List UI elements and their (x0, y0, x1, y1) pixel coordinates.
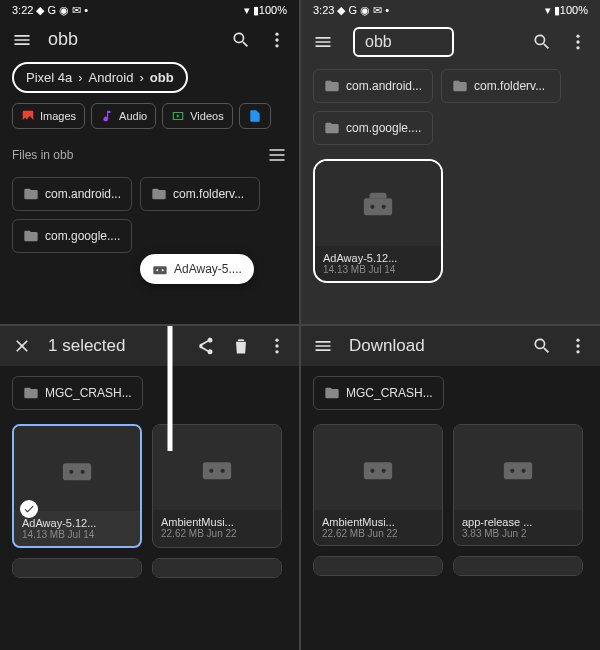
file-tile[interactable]: AmbientMusi...22.62 MB Jun 22 (313, 424, 443, 546)
svg-point-22 (576, 339, 579, 342)
svg-rect-3 (153, 266, 166, 274)
folder-item[interactable]: com.android... (313, 69, 433, 103)
svg-point-24 (576, 350, 579, 353)
menu-icon[interactable] (313, 32, 333, 52)
svg-point-8 (576, 46, 579, 49)
folder-item[interactable]: com.google.... (12, 219, 132, 253)
pane-tr: 3:23 ◆ G ◉ ✉ • ▾ ▮100% obb com.android..… (301, 0, 600, 324)
selection-count: 1 selected (48, 336, 179, 356)
drag-preview: AdAway-5.... (140, 254, 254, 284)
app-title: Download (349, 336, 516, 356)
pane-br: Download MGC_CRASH... AmbientMusi...22.6… (301, 326, 600, 650)
delete-icon[interactable] (231, 336, 251, 356)
svg-point-14 (275, 350, 278, 353)
filter-chips: Images Audio Videos (0, 103, 299, 139)
close-icon[interactable] (12, 336, 32, 356)
more-icon[interactable] (267, 30, 287, 50)
more-icon[interactable] (568, 336, 588, 356)
pane-tl: 3:22 ◆ G ◉ ✉ • ▾ ▮100% obb Pixel 4a› And… (0, 0, 299, 324)
file-tile[interactable] (313, 556, 443, 576)
svg-point-11 (382, 204, 386, 208)
search-icon[interactable] (532, 336, 552, 356)
svg-point-10 (370, 204, 374, 208)
file-tile[interactable]: AmbientMusi...22.62 MB Jun 22 (152, 424, 282, 548)
status-bar: 3:23 ◆ G ◉ ✉ • ▾ ▮100% (301, 0, 600, 21)
folder-item[interactable]: com.folderv... (441, 69, 561, 103)
svg-rect-9 (364, 198, 392, 215)
file-tile[interactable] (152, 558, 282, 578)
share-icon[interactable] (195, 336, 215, 356)
file-tile[interactable]: AdAway-5.12...14.13 MB Jul 14 (313, 159, 443, 283)
file-tile-selected[interactable]: AdAway-5.12...14.13 MB Jul 14 (12, 424, 142, 548)
file-tile[interactable] (453, 556, 583, 576)
svg-point-5 (162, 269, 164, 271)
chip-images[interactable]: Images (12, 103, 85, 129)
svg-point-19 (209, 468, 213, 472)
selection-bar: 1 selected (0, 326, 299, 366)
svg-point-7 (576, 40, 579, 43)
svg-point-13 (275, 344, 278, 347)
svg-point-16 (69, 469, 73, 473)
status-bar: 3:22 ◆ G ◉ ✉ • ▾ ▮100% (0, 0, 299, 21)
svg-point-2 (275, 44, 278, 47)
search-icon[interactable] (532, 32, 552, 52)
folder-item[interactable]: MGC_CRASH... (12, 376, 143, 410)
svg-point-12 (275, 339, 278, 342)
title-highlight: obb (353, 27, 454, 57)
file-tile[interactable]: app-release ...3.83 MB Jun 2 (453, 424, 583, 546)
chip-more[interactable] (239, 103, 271, 129)
file-tile[interactable] (12, 558, 142, 578)
svg-rect-15 (63, 463, 91, 480)
breadcrumb[interactable]: Pixel 4a› Android› obb (12, 62, 188, 93)
menu-icon[interactable] (12, 30, 32, 50)
section-header: Files in obb (0, 139, 299, 173)
svg-point-17 (81, 469, 85, 473)
app-title: obb (48, 29, 215, 50)
view-toggle-icon[interactable] (267, 145, 287, 165)
svg-point-26 (370, 468, 374, 472)
svg-point-0 (275, 32, 278, 35)
svg-point-4 (156, 269, 158, 271)
svg-point-29 (510, 468, 514, 472)
svg-point-30 (522, 468, 526, 472)
app-bar: Download (301, 326, 600, 366)
search-icon[interactable] (231, 30, 251, 50)
folder-item[interactable]: MGC_CRASH... (313, 376, 444, 410)
svg-point-6 (576, 35, 579, 38)
folder-item[interactable]: com.folderv... (140, 177, 260, 211)
svg-point-1 (275, 38, 278, 41)
svg-point-20 (221, 468, 225, 472)
pane-bl: 1 selected MGC_CRASH... AdAway-5.12...14… (0, 326, 299, 650)
folder-item[interactable]: com.google.... (313, 111, 433, 145)
svg-point-27 (382, 468, 386, 472)
svg-rect-25 (364, 462, 392, 479)
menu-icon[interactable] (313, 336, 333, 356)
svg-rect-28 (504, 462, 532, 479)
svg-rect-18 (203, 462, 231, 479)
check-icon (20, 500, 38, 518)
chip-videos[interactable]: Videos (162, 103, 232, 129)
chip-audio[interactable]: Audio (91, 103, 156, 129)
svg-point-23 (576, 344, 579, 347)
more-icon[interactable] (267, 336, 287, 356)
folder-item[interactable]: com.android... (12, 177, 132, 211)
more-icon[interactable] (568, 32, 588, 52)
